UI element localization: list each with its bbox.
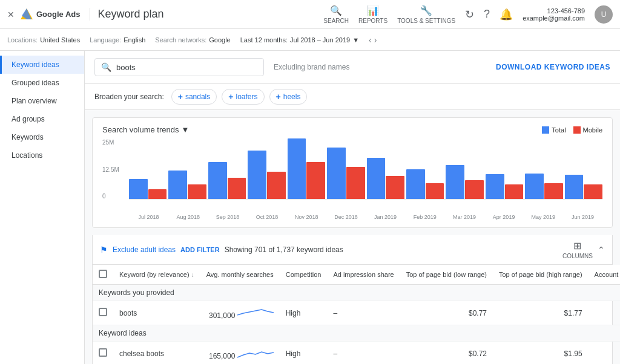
legend-mobile: Mobile bbox=[573, 126, 602, 134]
competition-cell: High bbox=[280, 342, 328, 365]
networks-item: Search networks: Google bbox=[155, 36, 230, 44]
account-email: example@gmail.com bbox=[523, 15, 585, 22]
bar-mobile bbox=[544, 183, 563, 199]
search-input-wrapper[interactable]: 🔍 bbox=[94, 58, 264, 76]
nav-next-icon[interactable]: › bbox=[374, 35, 377, 45]
sidebar-item-ad-groups[interactable]: Ad groups bbox=[0, 110, 84, 128]
bar-mobile bbox=[267, 172, 286, 199]
date-range[interactable]: Last 12 months: Jul 2018 – Jun 2019 ▼ bbox=[240, 36, 359, 44]
bar-total bbox=[367, 158, 386, 199]
broaden-tag-sandals[interactable]: + sandals bbox=[171, 89, 217, 105]
bar-group bbox=[367, 138, 404, 199]
bid-high-cell: $1.77 bbox=[493, 301, 589, 325]
help-icon[interactable]: ? bbox=[484, 8, 490, 21]
date-value: Jul 2018 – Jun 2019 bbox=[290, 36, 350, 44]
sub-bar: Locations: United States Language: Engli… bbox=[0, 29, 620, 51]
networks-label: Search networks: bbox=[155, 36, 206, 44]
trend-sparkline bbox=[237, 346, 274, 359]
date-dropdown-icon[interactable]: ▼ bbox=[352, 36, 359, 44]
nav-arrows: ‹ › bbox=[369, 35, 377, 45]
bar-mobile bbox=[188, 184, 206, 199]
download-button[interactable]: DOWNLOAD KEYWORD IDEAS bbox=[496, 63, 610, 71]
search-icon: 🔍 bbox=[101, 62, 111, 72]
search-nav-icon[interactable]: 🔍 SEARCH bbox=[323, 5, 349, 24]
bar-total bbox=[406, 169, 425, 199]
bar-mobile bbox=[228, 178, 246, 199]
plus-icon: + bbox=[178, 92, 183, 102]
bar-total bbox=[248, 151, 266, 199]
broaden-tag-heels[interactable]: + heels bbox=[269, 89, 308, 105]
avg-searches-header[interactable]: Avg. monthly searches bbox=[200, 265, 280, 285]
close-icon[interactable]: ✕ bbox=[7, 10, 15, 19]
x-labels: Jul 2018Aug 2018Sep 2018Oct 2018Nov 2018… bbox=[129, 214, 602, 220]
locations-label: Locations: bbox=[7, 36, 38, 44]
sidebar-item-locations[interactable]: Locations bbox=[0, 146, 84, 164]
chart-section: Search volume trends ▼ Total Mobile bbox=[92, 117, 613, 228]
table-header: Keyword (by relevance) ↓ Avg. monthly se… bbox=[93, 265, 620, 285]
locations-value: United States bbox=[40, 36, 80, 44]
bar-group bbox=[248, 138, 285, 199]
sidebar-item-keywords[interactable]: Keywords bbox=[0, 128, 84, 146]
collapse-icon[interactable]: ⌃ bbox=[598, 245, 605, 255]
x-label: Sep 2018 bbox=[208, 214, 247, 220]
chart-title[interactable]: Search volume trends ▼ bbox=[102, 125, 189, 134]
bar-total bbox=[168, 171, 187, 199]
ad-impression-header[interactable]: Ad impression share bbox=[327, 265, 400, 285]
legend-total: Total bbox=[542, 126, 566, 134]
x-label: Jan 2019 bbox=[366, 214, 405, 220]
avatar[interactable]: U bbox=[595, 5, 613, 24]
x-label: Oct 2018 bbox=[248, 214, 287, 220]
select-all-checkbox[interactable] bbox=[99, 270, 107, 278]
bar-group bbox=[129, 138, 167, 199]
row-checkbox[interactable] bbox=[99, 308, 107, 316]
competition-cell: High bbox=[280, 301, 328, 325]
reports-nav-icon[interactable]: 📊 REPORTS bbox=[358, 5, 388, 24]
exclude-adult-link[interactable]: Exclude adult ideas bbox=[113, 245, 176, 254]
bars-container bbox=[129, 139, 602, 200]
google-ads-logo-icon bbox=[19, 7, 34, 22]
row-checkbox[interactable] bbox=[99, 348, 107, 357]
chart-header: Search volume trends ▼ Total Mobile bbox=[102, 125, 602, 134]
bid-high-cell: $1.95 bbox=[493, 342, 589, 365]
refresh-icon[interactable]: ↻ bbox=[465, 8, 474, 21]
bar-group bbox=[446, 138, 483, 199]
language-item: Language: English bbox=[90, 36, 145, 44]
bar-total bbox=[525, 174, 544, 199]
language-value: English bbox=[124, 36, 145, 44]
top-bar-right: 🔍 SEARCH 📊 REPORTS 🔧 TOOLS & SETTINGS ↻ … bbox=[323, 5, 613, 24]
sidebar-item-keyword-ideas[interactable]: Keyword ideas bbox=[0, 56, 84, 74]
row-checkbox-cell[interactable] bbox=[93, 342, 113, 365]
provided-keywords-section-header: Keywords you provided bbox=[93, 285, 620, 301]
bid-high-header[interactable]: Top of page bid (high range) bbox=[493, 265, 589, 285]
bid-low-header[interactable]: Top of page bid (low range) bbox=[400, 265, 493, 285]
tools-nav-icon[interactable]: 🔧 TOOLS & SETTINGS bbox=[397, 5, 455, 24]
google-ads-logo: Google Ads bbox=[19, 7, 80, 22]
bar-group bbox=[288, 138, 325, 199]
broaden-search-area: Broaden your search: + sandals + loafers… bbox=[85, 84, 620, 110]
main-layout: Keyword ideas Grouped ideas Plan overvie… bbox=[0, 51, 620, 364]
broaden-tag-loafers[interactable]: + loafers bbox=[222, 89, 264, 105]
select-all-header[interactable] bbox=[93, 265, 113, 285]
filter-bar: ⚑ Exclude adult ideas ADD FILTER Showing… bbox=[92, 235, 613, 265]
keyword-header[interactable]: Keyword (by relevance) ↓ bbox=[113, 265, 200, 285]
app-name: Google Ads bbox=[36, 10, 80, 19]
date-label: Last 12 months: bbox=[240, 36, 288, 44]
trend-sparkline bbox=[237, 306, 274, 318]
row-checkbox-cell[interactable] bbox=[93, 301, 113, 325]
nav-prev-icon[interactable]: ‹ bbox=[369, 35, 372, 45]
add-filter-button[interactable]: ADD FILTER bbox=[180, 246, 220, 253]
sort-icon: ↓ bbox=[191, 271, 194, 278]
bar-total bbox=[327, 148, 346, 199]
bar-total bbox=[288, 138, 306, 199]
search-input[interactable] bbox=[116, 63, 237, 72]
keyword-cell: boots bbox=[113, 301, 200, 325]
bid-low-cell: $0.72 bbox=[400, 342, 493, 365]
notifications-icon[interactable]: 🔔 bbox=[500, 8, 513, 21]
bar-total bbox=[446, 165, 464, 199]
competition-header[interactable]: Competition bbox=[280, 265, 328, 285]
columns-button[interactable]: ⊞ COLUMNS bbox=[562, 240, 593, 259]
sidebar-item-plan-overview[interactable]: Plan overview bbox=[0, 92, 84, 110]
keywords-table: Keyword (by relevance) ↓ Avg. monthly se… bbox=[93, 265, 620, 364]
account-status-header[interactable]: Account status bbox=[589, 265, 620, 285]
sidebar-item-grouped-ideas[interactable]: Grouped ideas bbox=[0, 74, 84, 92]
